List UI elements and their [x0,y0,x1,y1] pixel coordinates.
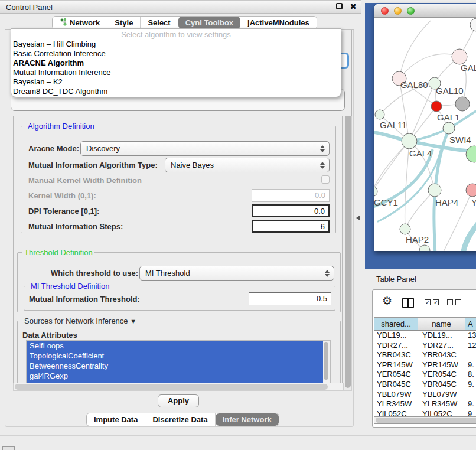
column-header-shared[interactable]: shared... [374,318,418,330]
network-node[interactable] [374,186,377,197]
network-node[interactable] [375,110,384,119]
table-row[interactable]: YDL19...YDL19...13 [374,331,476,341]
algorithm-option-bayesian-hill-climbing[interactable]: Bayesian – Hill Climbing [11,40,341,49]
float-window-icon[interactable] [336,3,343,9]
attribute-item-betweennesscentrality[interactable]: BetweennessCentrality [27,361,323,371]
which-threshold-label: Which threshold to use: [51,269,138,278]
table-horizontal-scrollbar[interactable] [374,416,476,424]
algorithm-option-basic-correlation-inference[interactable]: Basic Correlation Inference [11,49,341,58]
network-node[interactable] [428,184,441,197]
column-header-a[interactable]: A [465,318,476,330]
network-icon [60,18,67,28]
network-node[interactable] [466,146,476,162]
table-row[interactable]: YBR045CYBR045C9. [374,380,476,390]
table-row[interactable]: YPR145WYPR145W9. [374,360,476,370]
gear-icon[interactable]: ⚙ [382,294,392,308]
table-row[interactable]: YER054CYER054C8. [374,370,476,380]
clear-checks-icon[interactable] [447,299,461,305]
close-window-icon[interactable] [381,7,389,15]
mi-algorithm-type-select[interactable]: Naive Bayes [165,158,330,172]
attribute-item-gal4rgexp[interactable]: gal4RGexp [27,371,323,381]
minimized-panel-icon[interactable] [2,446,15,450]
tab-cyni-toolbox[interactable]: Cyni Toolbox [178,17,240,29]
bottom-divider [0,435,476,436]
mi-threshold-definition-title: MI Threshold Definition [29,282,111,291]
node-table: shared...nameA YDL19...YDL19...13YDR27..… [374,317,476,416]
dpi-tolerance-label: DPI Tolerance [0,1]: [28,207,99,216]
network-node[interactable] [455,97,470,111]
sources-group-title: Sources for Network Inference ▼ [22,317,138,325]
combo-arrows-icon [323,266,331,280]
threshold-definition-group: Threshold Definition Which threshold to … [17,252,341,312]
table-row[interactable]: YBL079WYBL079W [374,390,476,400]
network-view-window: GALGAL80GAL10GAL1GAL11SWI4GAL4GCY1HAP4YH… [374,4,476,251]
attribute-item-topologicalcoefficient[interactable]: TopologicalCoefficient [27,351,323,361]
manual-kernel-checkbox[interactable] [321,175,330,184]
column-header-name[interactable]: name [418,318,465,330]
table-row[interactable]: YBR043CYBR043C [374,350,476,360]
dpi-tolerance-input[interactable]: 0.0 [252,204,330,217]
mi-steps-input[interactable]: 6 [252,220,330,233]
node-label-gcy1: GCY1 [374,197,398,207]
pane-resize-cursor [356,216,360,220]
table-row[interactable]: YIL052CYIL052C9 [374,409,476,416]
select-all-checks-icon[interactable]: ✓✓ [425,299,439,305]
cyni-algorithm-settings-group: Cyni Algorithm Settings Algorithm Defini… [13,112,343,387]
zoom-window-icon[interactable] [407,7,415,15]
node-label-gal10: GAL10 [436,86,464,96]
tab-select[interactable]: Select [141,17,178,29]
node-label-gal4: GAL4 [409,148,432,158]
bottom-tab-infer-network[interactable]: Infer Network [216,413,279,426]
network-node[interactable] [443,122,455,134]
kernel-width-label: Kernel Width (0,1): [28,191,96,200]
minimize-window-icon[interactable] [394,7,402,15]
close-panel-icon[interactable]: ✖ [350,2,357,11]
mi-type-label: Mutual Information Algorithm Type: [28,161,158,169]
node-label-gal80: GAL80 [400,80,428,90]
settings-vertical-scrollbar[interactable] [344,112,352,391]
mi-threshold-input[interactable]: 0.5 [249,292,331,305]
network-node[interactable] [466,184,476,197]
node-label-gal: GAL [461,63,476,73]
columns-icon[interactable] [402,298,414,308]
algorithm-option-dream8-dc-tdc-algorithm[interactable]: Dream8 DC_TDC Algorithm [11,87,341,96]
table-panel-box: ⚙ ✓✓ shared...nameA YDL19...YDL19...13YD… [372,289,476,428]
bottom-tab-discretize-data[interactable]: Discretize Data [145,413,215,426]
table-row[interactable]: YLR345WYLR345W9. [374,399,476,409]
network-node[interactable] [470,18,476,31]
table-header-row: shared...nameA [374,318,476,331]
network-window-titlebar[interactable] [374,4,476,18]
algorithm-option-aracne-algorithm[interactable]: ARACNE Algorithm [11,58,341,68]
data-attributes-label: Data Attributes [22,331,77,340]
algorithm-dropdown-list: Select algorithm to view settings Bayesi… [11,28,341,97]
mi-steps-label: Mutual Information Steps: [28,222,123,231]
control-panel-titlebar: Control Panel ✖ [0,0,361,14]
network-node[interactable] [400,224,410,234]
kernel-width-input[interactable]: 0.0 [252,189,330,202]
algorithm-option-bayesian-k2[interactable]: Bayesian – K2 [11,77,341,87]
attribute-item-selfloops[interactable]: SelfLoops [27,341,323,351]
node-label-swi4: SWI4 [449,135,471,145]
settings-horizontal-scrollbar[interactable] [13,383,344,391]
tab-network[interactable]: Network [53,17,107,29]
network-node[interactable] [419,245,430,251]
table-row[interactable]: YDR27...YDR27...12 [374,341,476,351]
which-threshold-select[interactable]: MI Threshold [139,266,334,281]
manual-kernel-label: Manual Kernel Width Definition [28,176,142,185]
combo-arrows-icon [318,158,327,172]
network-node[interactable] [402,133,417,149]
algorithm-definition-title: Algorithm Definition [26,122,96,131]
node-label-hap4: HAP4 [435,197,458,207]
network-node[interactable] [431,101,442,112]
sources-group: Sources for Network Inference ▼ Data Att… [17,321,341,387]
tab-jactivemnodules[interactable]: jActiveMNodules [240,17,317,29]
table-panel-title: Table Panel [376,275,416,283]
apply-button[interactable]: Apply [158,394,199,407]
aracne-mode-select[interactable]: Discovery [80,141,330,156]
screen: Control Panel ✖ NetworkStyleSelectCyni T… [0,0,476,450]
network-canvas[interactable]: GALGAL80GAL10GAL1GAL11SWI4GAL4GCY1HAP4YH… [374,18,476,251]
algorithm-option-mutual-information-inference[interactable]: Mutual Information Inference [11,68,341,77]
bottom-tab-impute-data[interactable]: Impute Data [87,413,145,426]
tab-style[interactable]: Style [107,17,141,29]
node-label-gal11: GAL11 [380,120,407,130]
